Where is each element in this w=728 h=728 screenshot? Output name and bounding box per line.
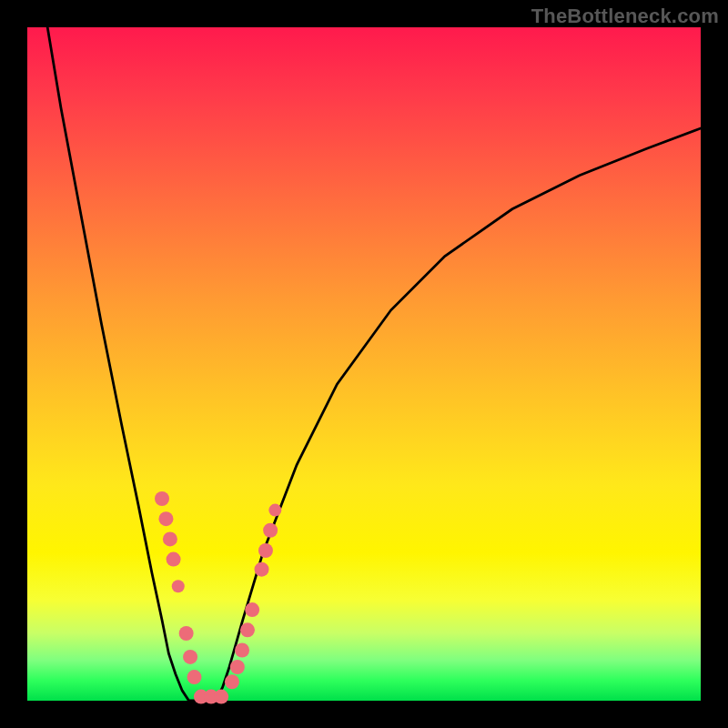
plot-area — [27, 27, 701, 701]
marker-dot — [225, 674, 239, 689]
marker-dot — [245, 602, 259, 617]
marker-dot — [158, 511, 173, 526]
marker-dot — [268, 504, 281, 517]
watermark-text: TheBottleneck.com — [531, 5, 719, 28]
marker-dot — [183, 650, 197, 664]
marker-dot — [230, 660, 245, 674]
marker-dot — [172, 580, 185, 592]
marker-dot — [235, 643, 249, 658]
marker-dot — [258, 543, 273, 558]
v-curve-path — [47, 27, 701, 701]
marker-dot — [167, 552, 181, 567]
marker-dot — [263, 523, 278, 538]
marker-dot — [240, 622, 255, 637]
marker-dot — [163, 531, 177, 546]
chart-frame: TheBottleneck.com — [0, 0, 728, 728]
marker-dot — [187, 670, 202, 684]
marker-dot — [214, 690, 228, 704]
marker-dot — [179, 626, 194, 641]
marker-dot — [155, 491, 169, 506]
marker-dot — [255, 562, 269, 577]
v-curve-svg — [27, 27, 701, 701]
